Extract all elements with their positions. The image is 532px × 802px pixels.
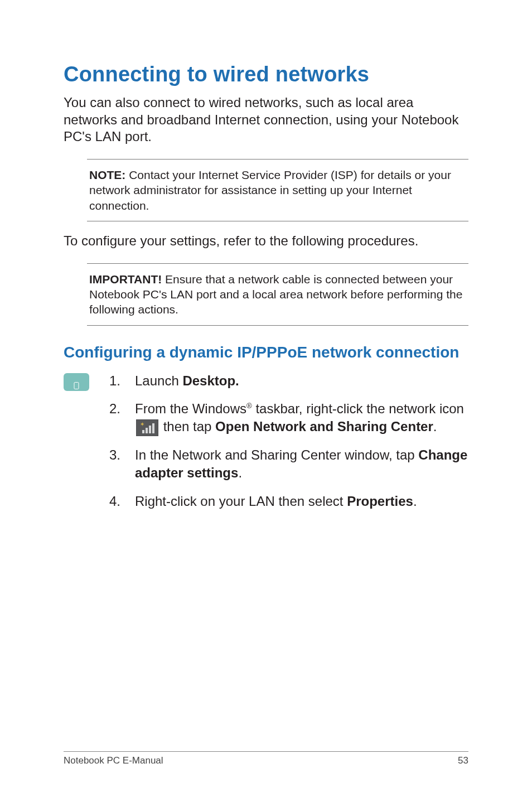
step-2-pre: From the Windows xyxy=(135,401,246,416)
sub-heading: Configuring a dynamic IP/PPPoE network c… xyxy=(64,342,468,362)
touchpad-icon xyxy=(64,373,89,391)
step-4: Right-click on your LAN then select Prop… xyxy=(109,492,468,510)
step-3-pre: In the Network and Sharing Center window… xyxy=(135,447,418,462)
step-2-mid2: then tap xyxy=(159,419,215,434)
mid-paragraph: To configure your settings, refer to the… xyxy=(64,233,468,250)
note-label: NOTE: xyxy=(89,168,125,181)
step-2-bold: Open Network and Sharing Center xyxy=(215,419,433,434)
step-2-mid1: taskbar, right-click the network icon xyxy=(252,401,464,416)
step-4-bold: Properties xyxy=(347,494,413,509)
network-icon: ✶ xyxy=(136,419,158,436)
footer-title: Notebook PC E-Manual xyxy=(64,755,163,766)
important-callout: IMPORTANT! Ensure that a network cable i… xyxy=(87,263,468,326)
step-3-post: . xyxy=(238,465,242,480)
page-footer: Notebook PC E-Manual 53 xyxy=(64,751,468,766)
steps-list: Launch Desktop. From the Windows® taskba… xyxy=(109,372,468,521)
page-heading: Connecting to wired networks xyxy=(64,62,468,86)
step-1-pre: Launch xyxy=(135,373,182,388)
important-label: IMPORTANT! xyxy=(89,273,162,286)
note-callout: NOTE: Contact your Internet Service Prov… xyxy=(87,159,468,221)
step-3: In the Network and Sharing Center window… xyxy=(109,446,468,482)
step-4-post: . xyxy=(413,494,417,509)
step-1: Launch Desktop. xyxy=(109,372,468,390)
step-2: From the Windows® taskbar, right-click t… xyxy=(109,400,468,436)
step-1-bold: Desktop. xyxy=(182,373,239,388)
note-text: Contact your Internet Service Provider (… xyxy=(89,168,451,212)
step-2-post: . xyxy=(433,419,437,434)
intro-paragraph: You can also connect to wired networks, … xyxy=(64,94,468,146)
page-number: 53 xyxy=(458,755,468,766)
step-4-pre: Right-click on your LAN then select xyxy=(135,494,347,509)
registered-mark: ® xyxy=(246,402,252,410)
